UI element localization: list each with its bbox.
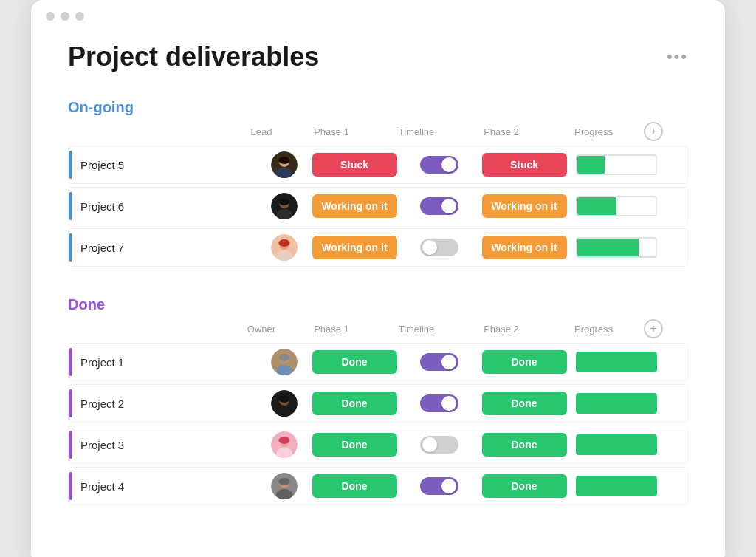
progress-bar-full bbox=[576, 393, 657, 414]
progress-bar bbox=[576, 237, 657, 258]
phase1-badge: Done bbox=[312, 392, 397, 415]
phase2-badge: Done bbox=[482, 350, 567, 374]
project-name: Project 2 bbox=[78, 397, 262, 410]
main-content: Project deliverables ••• On-going Lead P… bbox=[31, 27, 725, 557]
phase1-cell: Done bbox=[306, 350, 402, 374]
phase2-badge: Working on it bbox=[482, 194, 567, 218]
progress-cell bbox=[572, 476, 661, 496]
phase1-badge: Working on it bbox=[312, 194, 397, 218]
timeline-toggle[interactable] bbox=[420, 477, 458, 495]
phase2-cell: Stuck bbox=[476, 153, 572, 177]
phase2-cell: Done bbox=[476, 474, 572, 498]
page-title: Project deliverables bbox=[68, 41, 319, 72]
ongoing-phase1-header: Phase 1 bbox=[314, 126, 349, 137]
row-accent bbox=[69, 431, 72, 459]
done-rows: Project 1 Done Done Project 2 bbox=[68, 343, 688, 505]
project-name: Project 1 bbox=[78, 356, 262, 369]
timeline-toggle[interactable] bbox=[420, 436, 458, 454]
phase2-cell: Done bbox=[476, 350, 572, 374]
avatar bbox=[271, 431, 298, 458]
row-accent bbox=[69, 192, 72, 220]
timeline-cell bbox=[402, 436, 476, 454]
ongoing-section: On-going Lead Phase 1 Timeline Phase 2 bbox=[68, 99, 688, 267]
phase2-cell: Working on it bbox=[476, 236, 572, 259]
done-timeline-header: Timeline bbox=[399, 324, 435, 335]
done-owner-header: Owner bbox=[247, 324, 275, 335]
phase1-cell: Working on it bbox=[306, 194, 402, 218]
ongoing-rows: Project 5 Stuck Stuck Project 6 bbox=[68, 146, 688, 267]
phase2-cell: Done bbox=[476, 433, 572, 457]
progress-cell bbox=[572, 352, 661, 372]
project-name: Project 3 bbox=[78, 439, 262, 451]
done-add-button[interactable]: + bbox=[644, 319, 663, 338]
row-accent bbox=[69, 472, 72, 500]
svg-point-22 bbox=[279, 437, 290, 444]
progress-cell bbox=[572, 434, 661, 455]
phase1-cell: Done bbox=[306, 433, 402, 457]
progress-cell bbox=[572, 237, 661, 258]
avatar bbox=[271, 390, 298, 417]
phase2-badge: Done bbox=[482, 474, 567, 498]
table-row: Project 2 Done Done bbox=[68, 384, 688, 423]
more-menu-button[interactable]: ••• bbox=[667, 47, 688, 66]
avatar-cell bbox=[262, 473, 306, 499]
table-row: Project 6 Working on it Working on it bbox=[68, 187, 688, 225]
timeline-toggle[interactable] bbox=[420, 239, 458, 256]
timeline-toggle[interactable] bbox=[420, 353, 458, 371]
avatar bbox=[271, 193, 298, 219]
progress-bar-full bbox=[576, 352, 657, 372]
svg-point-14 bbox=[279, 354, 290, 361]
ongoing-header-row: On-going bbox=[68, 99, 688, 116]
page-header: Project deliverables ••• bbox=[68, 41, 688, 72]
phase1-cell: Done bbox=[306, 392, 402, 415]
ongoing-add-button[interactable]: + bbox=[644, 122, 663, 141]
progress-bar-full bbox=[576, 476, 657, 496]
phase2-cell: Done bbox=[476, 392, 572, 415]
svg-point-18 bbox=[279, 395, 290, 403]
timeline-cell bbox=[402, 394, 476, 412]
row-accent bbox=[69, 348, 72, 376]
avatar-cell bbox=[262, 234, 306, 261]
avatar bbox=[271, 349, 298, 375]
phase1-badge: Working on it bbox=[312, 236, 397, 259]
svg-point-2 bbox=[279, 157, 290, 164]
timeline-toggle[interactable] bbox=[420, 394, 458, 412]
timeline-cell bbox=[402, 239, 476, 256]
phase2-badge: Working on it bbox=[482, 236, 567, 259]
progress-bar bbox=[576, 196, 657, 216]
done-phase1-header: Phase 1 bbox=[314, 324, 349, 335]
row-accent bbox=[69, 151, 72, 179]
phase1-badge: Done bbox=[312, 474, 397, 498]
table-row: Project 5 Stuck Stuck bbox=[68, 146, 688, 184]
done-header-row: Done bbox=[68, 296, 688, 313]
project-name: Project 5 bbox=[78, 159, 262, 171]
avatar bbox=[271, 234, 298, 261]
ongoing-phase2-header: Phase 2 bbox=[484, 126, 519, 137]
timeline-cell bbox=[402, 156, 476, 174]
progress-fill bbox=[577, 156, 605, 174]
phase1-cell: Done bbox=[306, 474, 402, 498]
table-row: Project 3 Done Done bbox=[68, 426, 688, 464]
avatar bbox=[271, 151, 298, 178]
timeline-cell bbox=[402, 197, 476, 215]
phase2-badge: Stuck bbox=[482, 153, 567, 177]
row-accent bbox=[69, 233, 72, 262]
window-dot-1 bbox=[46, 12, 55, 21]
ongoing-section-title: On-going bbox=[68, 99, 157, 116]
avatar bbox=[271, 473, 298, 499]
progress-fill bbox=[577, 239, 639, 256]
phase2-badge: Done bbox=[482, 433, 567, 457]
avatar-cell bbox=[262, 193, 306, 219]
timeline-toggle[interactable] bbox=[420, 197, 458, 215]
svg-point-6 bbox=[279, 198, 290, 205]
svg-point-26 bbox=[279, 478, 290, 485]
timeline-cell bbox=[402, 477, 476, 495]
avatar-cell bbox=[262, 431, 306, 458]
done-progress-header: Progress bbox=[574, 324, 613, 335]
timeline-toggle[interactable] bbox=[420, 156, 458, 174]
table-row: Project 7 Working on it Working on it bbox=[68, 228, 688, 267]
table-row: Project 1 Done Done bbox=[68, 343, 688, 381]
window-dot-3 bbox=[75, 12, 84, 21]
window-dot-2 bbox=[61, 12, 69, 21]
progress-fill bbox=[577, 197, 616, 215]
